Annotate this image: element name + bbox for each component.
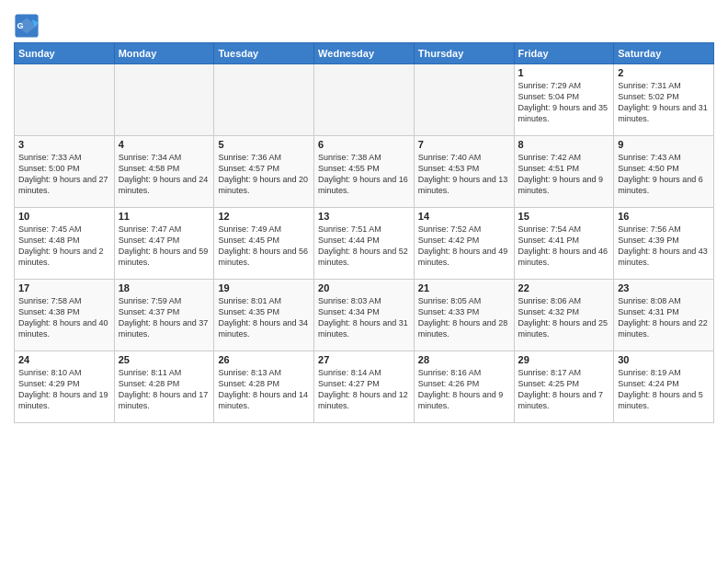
day-number: 20 bbox=[318, 282, 410, 293]
day-cell: 25Sunrise: 8:11 AM Sunset: 4:28 PM Dayli… bbox=[114, 351, 214, 423]
day-cell: 8Sunrise: 7:42 AM Sunset: 4:51 PM Daylig… bbox=[514, 136, 614, 208]
day-info: Sunrise: 7:36 AM Sunset: 4:57 PM Dayligh… bbox=[218, 152, 310, 197]
day-info: Sunrise: 7:58 AM Sunset: 4:38 PM Dayligh… bbox=[18, 295, 110, 340]
day-cell bbox=[114, 64, 214, 136]
header-saturday: Saturday bbox=[614, 43, 714, 64]
header-row-days: SundayMondayTuesdayWednesdayThursdayFrid… bbox=[15, 43, 714, 64]
day-cell: 12Sunrise: 7:49 AM Sunset: 4:45 PM Dayli… bbox=[214, 208, 314, 280]
day-cell bbox=[414, 64, 514, 136]
day-cell: 4Sunrise: 7:34 AM Sunset: 4:58 PM Daylig… bbox=[114, 136, 214, 208]
day-number: 13 bbox=[318, 211, 410, 222]
day-info: Sunrise: 7:31 AM Sunset: 5:02 PM Dayligh… bbox=[618, 80, 710, 125]
logo-icon: G bbox=[14, 13, 40, 39]
day-cell: 17Sunrise: 7:58 AM Sunset: 4:38 PM Dayli… bbox=[15, 280, 115, 351]
day-number: 3 bbox=[18, 139, 110, 150]
day-cell: 30Sunrise: 8:19 AM Sunset: 4:24 PM Dayli… bbox=[614, 351, 714, 423]
week-row-2: 10Sunrise: 7:45 AM Sunset: 4:48 PM Dayli… bbox=[15, 208, 714, 280]
day-cell: 11Sunrise: 7:47 AM Sunset: 4:47 PM Dayli… bbox=[114, 208, 214, 280]
week-row-4: 24Sunrise: 8:10 AM Sunset: 4:29 PM Dayli… bbox=[15, 351, 714, 423]
day-cell: 22Sunrise: 8:06 AM Sunset: 4:32 PM Dayli… bbox=[514, 280, 614, 351]
day-cell: 14Sunrise: 7:52 AM Sunset: 4:42 PM Dayli… bbox=[414, 208, 514, 280]
day-info: Sunrise: 7:47 AM Sunset: 4:47 PM Dayligh… bbox=[119, 224, 210, 269]
day-info: Sunrise: 7:43 AM Sunset: 4:50 PM Dayligh… bbox=[618, 152, 710, 197]
day-info: Sunrise: 7:34 AM Sunset: 4:58 PM Dayligh… bbox=[119, 152, 210, 197]
week-row-0: 1Sunrise: 7:29 AM Sunset: 5:04 PM Daylig… bbox=[15, 64, 714, 136]
day-number: 23 bbox=[618, 282, 710, 293]
day-info: Sunrise: 8:17 AM Sunset: 4:25 PM Dayligh… bbox=[518, 367, 610, 412]
day-info: Sunrise: 7:29 AM Sunset: 5:04 PM Dayligh… bbox=[518, 80, 610, 125]
day-info: Sunrise: 7:52 AM Sunset: 4:42 PM Dayligh… bbox=[418, 224, 510, 269]
day-cell: 9Sunrise: 7:43 AM Sunset: 4:50 PM Daylig… bbox=[614, 136, 714, 208]
day-info: Sunrise: 7:49 AM Sunset: 4:45 PM Dayligh… bbox=[218, 224, 310, 269]
day-cell: 6Sunrise: 7:38 AM Sunset: 4:55 PM Daylig… bbox=[314, 136, 415, 208]
day-cell: 16Sunrise: 7:56 AM Sunset: 4:39 PM Dayli… bbox=[614, 208, 714, 280]
day-cell: 23Sunrise: 8:08 AM Sunset: 4:31 PM Dayli… bbox=[614, 280, 714, 351]
logo: G bbox=[14, 13, 41, 39]
day-info: Sunrise: 7:40 AM Sunset: 4:53 PM Dayligh… bbox=[418, 152, 510, 197]
day-cell: 19Sunrise: 8:01 AM Sunset: 4:35 PM Dayli… bbox=[214, 280, 314, 351]
day-number: 19 bbox=[218, 282, 310, 293]
day-cell: 21Sunrise: 8:05 AM Sunset: 4:33 PM Dayli… bbox=[414, 280, 514, 351]
day-number: 30 bbox=[618, 354, 710, 365]
day-cell bbox=[214, 64, 314, 136]
day-cell: 26Sunrise: 8:13 AM Sunset: 4:28 PM Dayli… bbox=[214, 351, 314, 423]
day-number: 7 bbox=[418, 139, 510, 150]
day-number: 21 bbox=[418, 282, 510, 293]
day-number: 2 bbox=[618, 67, 710, 78]
day-number: 16 bbox=[618, 211, 710, 222]
day-number: 15 bbox=[518, 211, 610, 222]
day-info: Sunrise: 7:42 AM Sunset: 4:51 PM Dayligh… bbox=[518, 152, 610, 197]
day-info: Sunrise: 8:05 AM Sunset: 4:33 PM Dayligh… bbox=[418, 295, 510, 340]
day-info: Sunrise: 7:45 AM Sunset: 4:48 PM Dayligh… bbox=[18, 224, 110, 269]
header-tuesday: Tuesday bbox=[214, 43, 314, 64]
day-cell: 1Sunrise: 7:29 AM Sunset: 5:04 PM Daylig… bbox=[514, 64, 614, 136]
day-info: Sunrise: 8:19 AM Sunset: 4:24 PM Dayligh… bbox=[618, 367, 710, 412]
day-number: 5 bbox=[218, 139, 310, 150]
day-cell: 10Sunrise: 7:45 AM Sunset: 4:48 PM Dayli… bbox=[15, 208, 115, 280]
header-row: G bbox=[14, 9, 714, 39]
day-number: 27 bbox=[318, 354, 410, 365]
header-sunday: Sunday bbox=[15, 43, 115, 64]
day-cell: 29Sunrise: 8:17 AM Sunset: 4:25 PM Dayli… bbox=[514, 351, 614, 423]
day-number: 12 bbox=[218, 211, 310, 222]
day-info: Sunrise: 8:14 AM Sunset: 4:27 PM Dayligh… bbox=[318, 367, 410, 412]
day-number: 8 bbox=[518, 139, 610, 150]
day-info: Sunrise: 8:13 AM Sunset: 4:28 PM Dayligh… bbox=[218, 367, 310, 412]
day-number: 29 bbox=[518, 354, 610, 365]
day-number: 6 bbox=[318, 139, 410, 150]
calendar-container: G SundayMondayTuesdayWednesdayThursdayFr… bbox=[0, 0, 728, 432]
day-cell: 20Sunrise: 8:03 AM Sunset: 4:34 PM Dayli… bbox=[314, 280, 415, 351]
day-number: 4 bbox=[119, 139, 210, 150]
header-friday: Friday bbox=[514, 43, 614, 64]
header-wednesday: Wednesday bbox=[314, 43, 415, 64]
day-number: 18 bbox=[119, 282, 210, 293]
day-info: Sunrise: 7:51 AM Sunset: 4:44 PM Dayligh… bbox=[318, 224, 410, 269]
day-number: 28 bbox=[418, 354, 510, 365]
day-cell bbox=[314, 64, 415, 136]
day-cell: 28Sunrise: 8:16 AM Sunset: 4:26 PM Dayli… bbox=[414, 351, 514, 423]
header-thursday: Thursday bbox=[414, 43, 514, 64]
day-number: 1 bbox=[518, 67, 610, 78]
day-cell: 27Sunrise: 8:14 AM Sunset: 4:27 PM Dayli… bbox=[314, 351, 415, 423]
calendar-table: SundayMondayTuesdayWednesdayThursdayFrid… bbox=[14, 42, 714, 423]
day-number: 9 bbox=[618, 139, 710, 150]
day-info: Sunrise: 8:08 AM Sunset: 4:31 PM Dayligh… bbox=[618, 295, 710, 340]
day-cell: 24Sunrise: 8:10 AM Sunset: 4:29 PM Dayli… bbox=[15, 351, 115, 423]
day-info: Sunrise: 8:11 AM Sunset: 4:28 PM Dayligh… bbox=[119, 367, 210, 412]
day-info: Sunrise: 7:59 AM Sunset: 4:37 PM Dayligh… bbox=[119, 295, 210, 340]
day-number: 11 bbox=[119, 211, 210, 222]
day-number: 24 bbox=[18, 354, 110, 365]
day-number: 17 bbox=[18, 282, 110, 293]
day-number: 25 bbox=[119, 354, 210, 365]
day-cell: 13Sunrise: 7:51 AM Sunset: 4:44 PM Dayli… bbox=[314, 208, 415, 280]
day-info: Sunrise: 7:54 AM Sunset: 4:41 PM Dayligh… bbox=[518, 224, 610, 269]
header-monday: Monday bbox=[114, 43, 214, 64]
day-cell: 18Sunrise: 7:59 AM Sunset: 4:37 PM Dayli… bbox=[114, 280, 214, 351]
day-number: 10 bbox=[18, 211, 110, 222]
day-info: Sunrise: 8:10 AM Sunset: 4:29 PM Dayligh… bbox=[18, 367, 110, 412]
day-cell: 15Sunrise: 7:54 AM Sunset: 4:41 PM Dayli… bbox=[514, 208, 614, 280]
day-info: Sunrise: 8:03 AM Sunset: 4:34 PM Dayligh… bbox=[318, 295, 410, 340]
day-cell: 5Sunrise: 7:36 AM Sunset: 4:57 PM Daylig… bbox=[214, 136, 314, 208]
day-info: Sunrise: 8:16 AM Sunset: 4:26 PM Dayligh… bbox=[418, 367, 510, 412]
week-row-1: 3Sunrise: 7:33 AM Sunset: 5:00 PM Daylig… bbox=[15, 136, 714, 208]
